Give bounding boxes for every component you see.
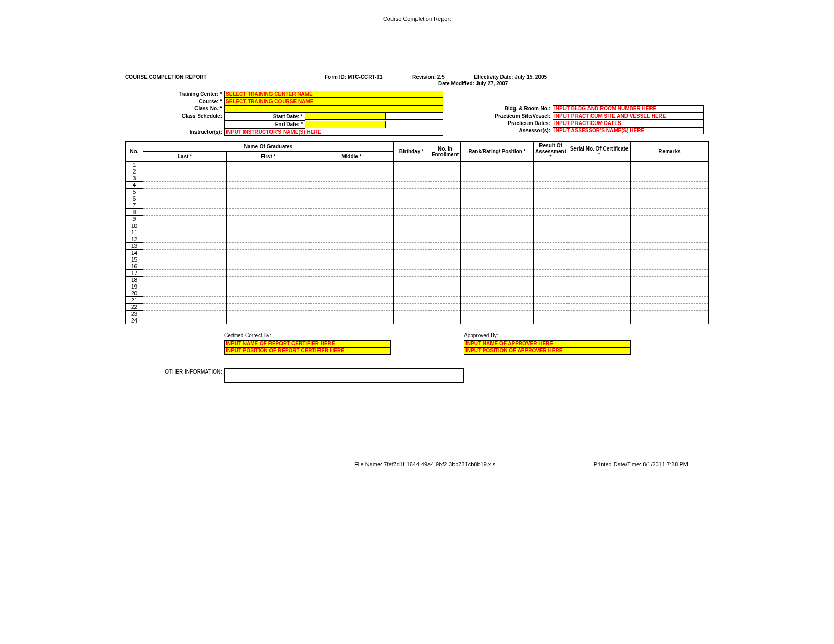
cell[interactable] <box>430 263 460 270</box>
cell[interactable] <box>310 202 393 209</box>
cell[interactable] <box>143 304 226 311</box>
cell[interactable] <box>226 283 310 290</box>
cell[interactable] <box>630 236 708 243</box>
cell[interactable] <box>310 263 393 270</box>
cell[interactable] <box>393 216 430 222</box>
cell[interactable] <box>143 297 226 304</box>
cell[interactable] <box>461 283 534 290</box>
cell[interactable] <box>430 162 460 168</box>
cell[interactable] <box>461 175 534 182</box>
cell[interactable] <box>461 168 534 175</box>
cell[interactable] <box>568 195 631 202</box>
cell[interactable] <box>430 195 460 202</box>
cell[interactable] <box>393 317 430 324</box>
cell[interactable] <box>310 270 393 277</box>
cell[interactable] <box>143 175 226 182</box>
cell[interactable] <box>310 222 393 229</box>
cell[interactable] <box>461 256 534 263</box>
cell[interactable] <box>568 270 631 277</box>
approved-position-input[interactable]: INPUT POSITION OF APPROVER HERE <box>464 348 631 355</box>
cell[interactable] <box>143 216 226 222</box>
cell[interactable] <box>534 256 568 263</box>
cell[interactable] <box>143 250 226 256</box>
cell[interactable] <box>534 290 568 297</box>
cell[interactable] <box>393 256 430 263</box>
cell[interactable] <box>393 189 430 195</box>
cell[interactable] <box>461 277 534 283</box>
cell[interactable] <box>534 270 568 277</box>
cell[interactable] <box>143 168 226 175</box>
cell[interactable] <box>630 311 708 317</box>
cell[interactable] <box>310 182 393 189</box>
cell[interactable] <box>143 209 226 216</box>
assessor-input[interactable]: INPUT ASSESSOR'S NAME(S) HERE <box>553 127 704 134</box>
cell[interactable] <box>534 195 568 202</box>
cell[interactable] <box>630 195 708 202</box>
cell[interactable] <box>568 189 631 195</box>
cell[interactable] <box>226 195 310 202</box>
cell[interactable] <box>568 202 631 209</box>
cell[interactable] <box>430 216 460 222</box>
cell[interactable] <box>310 290 393 297</box>
practicum-dates-input[interactable]: INPUT PRACTICUM DATES <box>553 120 704 127</box>
cell[interactable] <box>393 297 430 304</box>
cell[interactable] <box>568 304 631 311</box>
cell[interactable] <box>393 182 430 189</box>
cell[interactable] <box>310 195 393 202</box>
cell[interactable] <box>630 229 708 236</box>
cell[interactable] <box>430 270 460 277</box>
cell[interactable] <box>143 195 226 202</box>
cell[interactable] <box>310 229 393 236</box>
cell[interactable] <box>461 209 534 216</box>
cell[interactable] <box>226 189 310 195</box>
bldg-room-input[interactable]: INPUT BLDG AND ROOM NUMBER HERE <box>553 105 704 113</box>
cell[interactable] <box>630 222 708 229</box>
cell[interactable] <box>430 290 460 297</box>
cell[interactable] <box>461 270 534 277</box>
cell[interactable] <box>461 229 534 236</box>
cell[interactable] <box>143 263 226 270</box>
cell[interactable] <box>226 243 310 250</box>
cell[interactable] <box>226 304 310 311</box>
cell[interactable] <box>568 229 631 236</box>
cell[interactable] <box>310 250 393 256</box>
cell[interactable] <box>568 216 631 222</box>
cell[interactable] <box>534 243 568 250</box>
cell[interactable] <box>310 283 393 290</box>
cell[interactable] <box>430 202 460 209</box>
cell[interactable] <box>430 297 460 304</box>
cell[interactable] <box>430 311 460 317</box>
cell[interactable] <box>534 209 568 216</box>
cell[interactable] <box>143 222 226 229</box>
cell[interactable] <box>143 162 226 168</box>
start-date-input-ext[interactable] <box>386 113 443 120</box>
cell[interactable] <box>430 168 460 175</box>
cell[interactable] <box>430 175 460 182</box>
cell[interactable] <box>310 311 393 317</box>
cell[interactable] <box>393 162 430 168</box>
cell[interactable] <box>568 182 631 189</box>
cell[interactable] <box>534 277 568 283</box>
cell[interactable] <box>310 216 393 222</box>
cell[interactable] <box>461 243 534 250</box>
cell[interactable] <box>143 283 226 290</box>
cell[interactable] <box>430 189 460 195</box>
cell[interactable] <box>143 311 226 317</box>
cell[interactable] <box>143 317 226 324</box>
cell[interactable] <box>226 311 310 317</box>
cell[interactable] <box>310 304 393 311</box>
cell[interactable] <box>568 168 631 175</box>
cell[interactable] <box>461 216 534 222</box>
cell[interactable] <box>393 209 430 216</box>
cell[interactable] <box>461 189 534 195</box>
cell[interactable] <box>630 263 708 270</box>
cell[interactable] <box>226 202 310 209</box>
cell[interactable] <box>630 216 708 222</box>
cell[interactable] <box>568 263 631 270</box>
cell[interactable] <box>226 209 310 216</box>
end-date-input[interactable] <box>305 121 386 128</box>
cell[interactable] <box>534 202 568 209</box>
cell[interactable] <box>568 311 631 317</box>
cell[interactable] <box>310 317 393 324</box>
cell[interactable] <box>630 182 708 189</box>
